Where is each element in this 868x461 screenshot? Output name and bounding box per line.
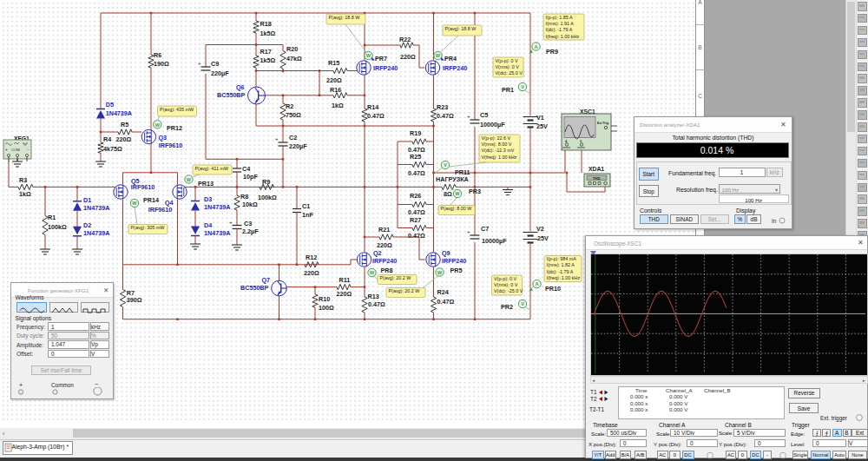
svg-text:R10: R10 [319,295,330,303]
svg-text:IRFP240: IRFP240 [443,64,467,72]
svg-text:1N4739A: 1N4739A [83,204,109,212]
svg-text:+: + [5,148,8,152]
svg-text:I(p-p): 1.85 A: I(p-p): 1.85 A [546,15,574,20]
svg-text:PR13: PR13 [198,180,214,188]
svg-text:V(rms): 8.00 V: V(rms): 8.00 V [482,142,512,147]
svg-text:PR9: PR9 [546,48,558,56]
svg-text:IRF9610: IRF9610 [159,142,183,149]
svg-text:◣₈: ◣₈ [441,56,446,61]
svg-text:Q3: Q3 [158,134,167,142]
svg-text:4k75Ω: 4k75Ω [103,145,122,153]
svg-text:BC550BP: BC550BP [217,91,246,99]
svg-text:V(p-p): 0 V: V(p-p): 0 V [494,276,516,281]
svg-text:Ext Trig: Ext Trig [597,122,608,125]
svg-text:W: W [366,53,372,58]
svg-text:D5: D5 [106,101,114,109]
svg-text:I(freq): 1.00 kHz: I(freq): 1.00 kHz [546,34,580,39]
svg-text:1kΩ: 1kΩ [19,190,31,198]
svg-text:10pF: 10pF [243,173,258,181]
svg-text:I(p-p): 984 mA: I(p-p): 984 mA [547,256,577,261]
svg-text:10000µF: 10000µF [480,121,505,128]
svg-text:V(rms): 0 V: V(rms): 0 V [496,64,520,69]
svg-text:1k5Ω: 1k5Ω [260,30,276,37]
svg-text:10000µF: 10000µF [482,237,507,245]
svg-text:750Ω: 750Ω [286,111,301,119]
svg-text:A: A [534,44,537,49]
svg-text:100kΩ: 100kΩ [258,194,277,201]
svg-text:1N4739A: 1N4739A [204,203,230,211]
svg-text:XDA1: XDA1 [589,166,604,172]
svg-text:V(rms): 0 V: V(rms): 0 V [494,282,518,287]
svg-text:R16: R16 [330,86,341,94]
svg-text:+: + [198,61,201,66]
svg-text:BC550BP: BC550BP [240,284,269,292]
svg-text:47kΩ: 47kΩ [286,55,302,63]
svg-text:I(dc): -1.79 A: I(dc): -1.79 A [546,27,573,32]
svg-text:220Ω: 220Ω [304,269,319,277]
svg-text:0.47Ω: 0.47Ω [408,208,425,216]
svg-text:PR5: PR5 [450,267,463,274]
svg-text:100kΩ: 100kΩ [48,223,67,231]
svg-text:D2: D2 [83,221,91,229]
svg-text:D1: D1 [83,196,91,204]
svg-text:PR12: PR12 [167,124,182,132]
svg-text:1k5Ω: 1k5Ω [260,56,276,64]
svg-text:R5: R5 [121,121,128,128]
svg-text:R21: R21 [378,226,390,234]
svg-text:R3: R3 [19,176,27,184]
svg-text:R26: R26 [410,192,421,200]
svg-text:P(avg): 18.8 W: P(avg): 18.8 W [329,15,361,20]
svg-text:D4: D4 [204,221,212,229]
svg-text:P(avg): 20.2 W: P(avg): 20.2 W [380,275,412,280]
svg-text:IRFP240: IRFP240 [372,257,397,265]
svg-text:0.47Ω: 0.47Ω [437,112,454,120]
svg-text:190Ω: 190Ω [154,60,169,68]
svg-text:0.47Ω: 0.47Ω [408,232,425,240]
svg-text:W: W [436,53,441,58]
svg-text:25V: 25V [537,234,549,242]
svg-text:+: + [275,136,279,142]
svg-text:A: A [535,281,538,286]
svg-text:220Ω: 220Ω [116,135,132,143]
svg-text:R24: R24 [437,288,449,296]
svg-text:R25: R25 [410,153,421,161]
svg-text:R1: R1 [48,214,56,221]
svg-text:+: + [467,229,470,234]
svg-text:IRF9610: IRF9610 [131,183,155,191]
svg-text:P(avg): 411 mW: P(avg): 411 mW [195,166,229,171]
svg-text:P(avg): 305 mW: P(avg): 305 mW [131,225,166,230]
svg-text:V(dc): -25.0 V: V(dc): -25.0 V [494,288,523,293]
svg-text:W: W [155,122,161,128]
svg-text:100Ω: 100Ω [319,304,334,312]
svg-text:R27: R27 [410,216,421,224]
svg-text:P(avg): 8.00 W: P(avg): 8.00 W [441,206,473,211]
svg-text:R19: R19 [410,129,421,137]
svg-text:IRFP240: IRFP240 [442,257,466,265]
svg-text:R14: R14 [367,103,378,111]
svg-text:НАГРУЗКА: НАГРУЗКА [436,175,469,183]
svg-text:C5: C5 [480,111,488,119]
svg-text:PR11: PR11 [455,168,470,176]
svg-text:V(p-p): 22.6 V: V(p-p): 22.6 V [482,135,511,141]
svg-text:220Ω: 220Ω [400,53,416,61]
svg-text:IRF9610: IRF9610 [148,206,173,214]
svg-text:220µF: 220µF [211,69,229,77]
svg-text:V1: V1 [536,114,544,122]
svg-text:V2: V2 [536,225,544,233]
svg-text:390Ω: 390Ω [127,296,142,304]
svg-text:R15: R15 [328,59,339,67]
svg-text:P(avg): 20.2 W: P(avg): 20.2 W [389,288,421,293]
svg-text:1N4739A: 1N4739A [204,229,230,237]
svg-text:THD: THD [593,176,601,181]
svg-text:220Ω: 220Ω [337,290,352,298]
svg-text:PR7: PR7 [375,55,387,63]
svg-text:W: W [437,270,443,275]
svg-text:1N4739A: 1N4739A [83,229,109,237]
svg-text:R17: R17 [260,48,272,56]
svg-text:C2: C2 [289,134,297,142]
svg-text:P(avg): 18.8 W: P(avg): 18.8 W [445,26,477,31]
svg-text:PR2: PR2 [501,303,513,311]
svg-text:R23: R23 [437,103,448,111]
svg-text:PR3: PR3 [469,188,481,195]
svg-text:R6: R6 [154,51,161,59]
